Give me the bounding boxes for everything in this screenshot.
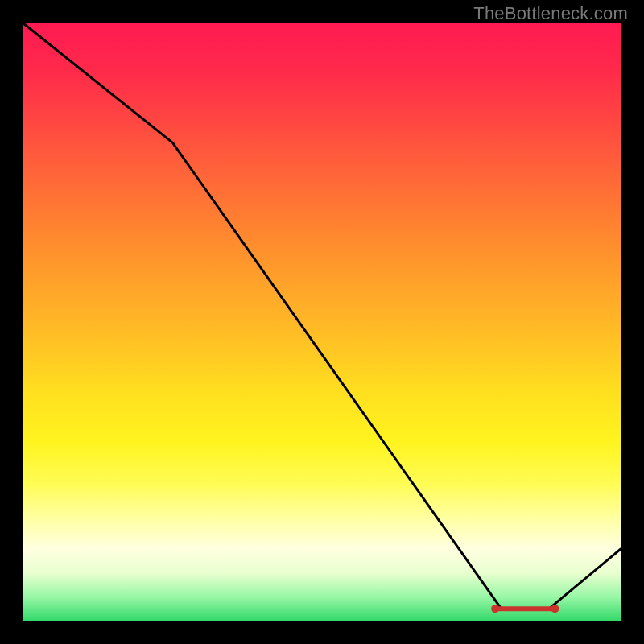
chart-plot-area (23, 23, 621, 621)
watermark-text: TheBottleneck.com (473, 3, 628, 24)
chart-stage: TheBottleneck.com (0, 0, 644, 644)
